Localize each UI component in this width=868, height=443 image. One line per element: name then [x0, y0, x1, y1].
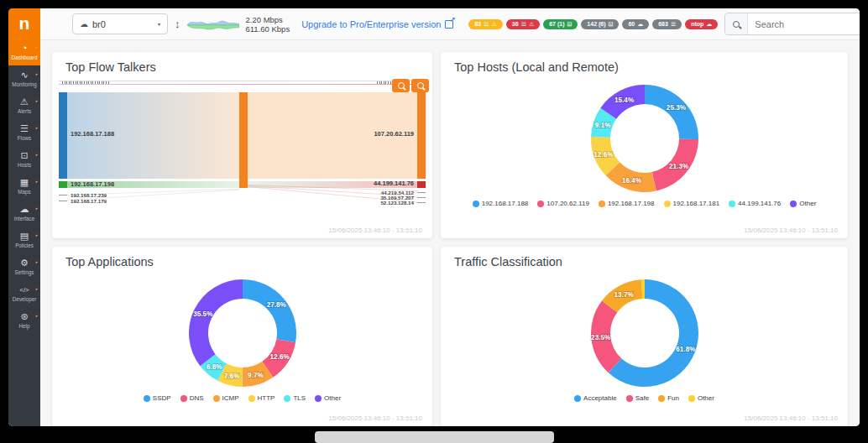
- legend-item-ssdp[interactable]: SSDP: [144, 394, 171, 402]
- upgrade-link[interactable]: Upgrade to Pro/Enterprise version: [301, 19, 453, 29]
- legend-item-19216817198[interactable]: 192.168.17.198: [599, 200, 655, 207]
- legend-item-http[interactable]: HTTP: [248, 394, 275, 402]
- upload-rate: 2.20 Mbps: [246, 15, 290, 24]
- legend-item-19216817188[interactable]: 192.168.17.188: [473, 200, 529, 207]
- chart-legend: AcceptableSafeFunOther: [441, 394, 848, 402]
- badge-count: 67 (1): [549, 21, 564, 27]
- status-badge-683[interactable]: 683☰: [652, 19, 682, 29]
- donut-chart-top-applications: 27.8%12.6%9.7%7.6%6.8%35.5%: [180, 270, 306, 396]
- slice-percent-label: 27.8%: [266, 301, 286, 309]
- legend-dot: [658, 395, 665, 402]
- sidebar-item-alerts[interactable]: ⚠▸Alerts: [8, 92, 40, 119]
- sidebar-item-label: Settings: [8, 269, 40, 275]
- status-badge-83[interactable]: 83☰⚠: [468, 19, 502, 29]
- legend-item-dns[interactable]: DNS: [180, 394, 204, 402]
- screen-icon: ⊡: [609, 21, 614, 27]
- sidebar-item-label: Hosts: [8, 162, 40, 168]
- sankey-node-dest[interactable]: [417, 92, 426, 179]
- sidebar-item-maps[interactable]: ▦▸Maps: [8, 173, 40, 200]
- sankey-zoom-controls: [392, 79, 429, 92]
- zoom-out-button[interactable]: [411, 79, 429, 92]
- legend-dot: [284, 395, 290, 402]
- legend-item-other[interactable]: Other: [688, 394, 714, 402]
- slice-percent-label: 9.1%: [594, 122, 610, 129]
- legend-dot: [537, 201, 544, 207]
- donut-slice-other[interactable]: [189, 279, 243, 366]
- donut-slice-19216817188[interactable]: [645, 85, 698, 139]
- sidebar-item-policies[interactable]: ▤▸Policies: [8, 227, 40, 253]
- chevron-right-icon: ▸: [35, 152, 38, 157]
- search-icon: [733, 21, 740, 28]
- sankey-node-dest[interactable]: [417, 181, 426, 188]
- legend-item-fun[interactable]: Fun: [658, 394, 679, 402]
- legend-dot: [626, 395, 633, 402]
- alert-icon: ⚠: [529, 21, 534, 27]
- time-range-label: 15/06/2025 13:46:10 - 13:51:10: [328, 414, 422, 422]
- legend-label: 192.168.17.181: [673, 200, 720, 207]
- legend-label: SSDP: [153, 394, 171, 402]
- legend-dot: [315, 395, 322, 402]
- status-badge-ntop[interactable]: ntop☁: [685, 19, 718, 29]
- legend-item-tls[interactable]: TLS: [284, 394, 306, 402]
- sidebar-item-interface[interactable]: ☁▸Interface: [8, 200, 40, 227]
- sankey-tiny-flow-line: [59, 81, 426, 81]
- legend-item-1072062119[interactable]: 107.20.62.119: [537, 200, 589, 207]
- legend-dot: [688, 395, 695, 402]
- chart-legend: 192.168.17.188107.20.62.119192.168.17.19…: [441, 200, 848, 207]
- status-badge-36[interactable]: 36☰⚠: [506, 19, 540, 29]
- sidebar-item-flows[interactable]: ☰▸Flows: [8, 119, 40, 146]
- sidebar-item-dashboard[interactable]: ◔▸Dashboard: [8, 39, 40, 65]
- sidebar-item-label: Developer: [8, 296, 40, 302]
- sidebar-nav: ◔▸Dashboard∿▸Monitoring⚠▸Alerts☰▸Flows⊡▸…: [8, 39, 40, 334]
- chevron-right-icon: ▸: [35, 44, 38, 50]
- chevron-right-icon: ▸: [35, 125, 38, 130]
- dashboard-grid: Top Flow Talkers 192: [40, 40, 860, 426]
- legend-label: Safe: [635, 394, 649, 402]
- chevron-right-icon: ▸: [35, 98, 38, 103]
- zoom-in-button[interactable]: [392, 79, 410, 92]
- sankey-node-source[interactable]: [59, 181, 67, 188]
- sidebar-item-label: Alerts: [8, 108, 40, 114]
- legend-dot: [248, 395, 255, 402]
- sidebar-item-settings[interactable]: ⚙▸Settings: [8, 253, 40, 280]
- legend-item-safe[interactable]: Safe: [626, 394, 649, 402]
- sankey-micro-label: [62, 81, 109, 84]
- legend-label: ICMP: [222, 394, 239, 402]
- sidebar-item-developer[interactable]: </>▸Developer: [8, 280, 40, 307]
- sankey-label: 192.168.17.188: [71, 130, 114, 138]
- legend-item-acceptable[interactable]: Acceptable: [574, 394, 617, 402]
- sankey-tiny-flow-line: [59, 84, 426, 85]
- legend-label: Other: [799, 200, 816, 207]
- sidebar-item-label: Interface: [8, 216, 40, 222]
- legend-item-icmp[interactable]: ICMP: [213, 394, 239, 402]
- search-input[interactable]: [748, 13, 860, 34]
- chevron-right-icon: ▸: [35, 286, 38, 291]
- time-range-label: 15/06/2025 13:46:10 - 13:51:10: [328, 227, 422, 234]
- status-badge-671[interactable]: 67 (1)⊡: [543, 19, 578, 29]
- legend-item-other[interactable]: Other: [790, 200, 816, 207]
- sidebar-item-monitoring[interactable]: ∿▸Monitoring: [8, 65, 40, 92]
- status-badge-1426[interactable]: 142 (6)⊡: [581, 19, 619, 29]
- sankey-node-middle[interactable]: [239, 92, 248, 188]
- legend-label: DNS: [190, 394, 204, 402]
- sidebar-item-label: Monitoring: [8, 81, 40, 87]
- status-badge-60[interactable]: 60☁: [622, 19, 649, 29]
- chevron-right-icon: ▸: [35, 71, 38, 76]
- legend-item-other[interactable]: Other: [315, 394, 341, 402]
- legend-item-4419914176[interactable]: 44.199.141.76: [729, 200, 781, 207]
- badge-count: 60: [628, 21, 635, 27]
- sidebar-item-help[interactable]: ⊛▸Help: [8, 307, 40, 334]
- legend-item-19216817181[interactable]: 192.168.17.181: [664, 200, 720, 207]
- sankey-node-source[interactable]: [59, 92, 67, 179]
- sidebar-item-hosts[interactable]: ⊡▸Hosts: [8, 146, 40, 173]
- sankey-label: 44.199.141.76: [374, 180, 414, 187]
- legend-label: Acceptable: [583, 394, 617, 402]
- interface-select[interactable]: ☁ br0 ▾: [72, 13, 168, 34]
- list-icon: ☰: [521, 21, 526, 27]
- chevron-right-icon: ▸: [35, 313, 38, 318]
- donut-slice-ssdp[interactable]: [243, 279, 296, 342]
- legend-label: Other: [698, 394, 714, 402]
- ntop-logo[interactable]: n: [8, 8, 40, 39]
- chevron-right-icon: ▸: [35, 179, 38, 184]
- chevron-right-icon: ▸: [35, 259, 38, 264]
